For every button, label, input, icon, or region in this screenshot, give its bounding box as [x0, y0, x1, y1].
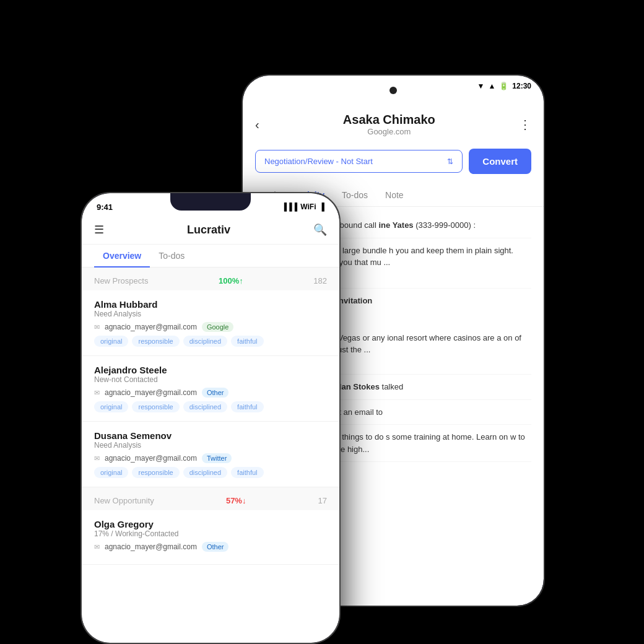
stage-arrow-icon: ⇅	[447, 157, 453, 166]
tab-todos[interactable]: To-dos	[333, 184, 376, 206]
android-camera	[389, 87, 397, 94]
email-icon: ✉	[94, 389, 100, 397]
contact-name-alma: Alma Hubbard	[94, 299, 327, 310]
activity-person: ine Yates	[378, 220, 413, 230]
more-menu-button[interactable]: ⋮	[519, 117, 531, 132]
iphone-status-icons: ▐▐▐ WiFi ▐	[282, 202, 324, 211]
iphone-header: ☰ Lucrativ 🔍	[82, 220, 339, 245]
stage-select[interactable]: Negotiation/Review - Not Start ⇅	[255, 150, 463, 173]
contact-name-olga: Olga Gregory	[94, 519, 327, 529]
contact-company: Google.com	[343, 127, 435, 136]
email-icon: ✉	[94, 455, 100, 463]
email-icon: ✉	[94, 543, 100, 551]
tab-overview[interactable]: Overview	[94, 245, 150, 267]
convert-row: Negotiation/Review - Not Start ⇅ Convert	[243, 144, 544, 184]
contact-email-olga: agnacio_mayer@gmail.com	[105, 542, 197, 551]
email-icon: ✉	[94, 323, 100, 331]
android-status-right: ▼ ▲ 🔋 12:30	[477, 82, 531, 90]
tab-todos-iphone[interactable]: To-dos	[150, 245, 193, 267]
section-count-prospects: 182	[313, 276, 327, 285]
tag: original	[94, 401, 128, 412]
tag: responsible	[132, 336, 179, 347]
tag: disciplined	[183, 336, 227, 347]
tag: original	[94, 336, 128, 347]
tab-overview-label: Overview	[103, 251, 141, 261]
signal-icon: ▲	[488, 82, 495, 90]
back-button[interactable]: ‹	[255, 118, 259, 132]
section-header-opportunity: New Opportunity 57%↓ 17	[82, 487, 339, 510]
source-badge-dusana: Twitter	[202, 453, 232, 463]
activity-talked: talked	[382, 382, 404, 391]
contact-card-olga: Olga Gregory 17% / Working-Contacted ✉ a…	[82, 510, 339, 565]
tab-todos-label: To-dos	[342, 190, 368, 200]
contact-name-dusana: Dusana Semenov	[94, 430, 327, 441]
wifi-icon: ▼	[477, 82, 485, 90]
contact-email-row-olga: ✉ agnacio_mayer@gmail.com Other	[94, 542, 327, 552]
iphone-tabs: Overview To-dos	[82, 245, 339, 268]
tag: faithful	[231, 467, 263, 478]
contact-email-dusana: agnacio_mayer@gmail.com	[105, 454, 197, 463]
tab-todos-iphone-label: To-dos	[159, 251, 185, 261]
source-badge-alejandro: Other	[202, 388, 229, 398]
app-title: Lucrativ	[187, 224, 230, 237]
stage-label: Negotiation/Review - Not Start	[264, 157, 373, 166]
source-badge-alma: Google	[202, 322, 233, 332]
contact-card-alma: Alma Hubbard Need Analysis ✉ agnacio_may…	[82, 290, 339, 356]
tags-row-alejandro: original responsible disciplined faithfu…	[94, 401, 327, 412]
signal-icon: ▐▐▐	[282, 202, 298, 211]
contact-status-alejandro: New-not Contacted	[94, 375, 327, 384]
section-label-opportunity: New Opportunity	[94, 496, 154, 505]
tab-note[interactable]: Note	[376, 184, 412, 206]
tag: responsible	[132, 401, 179, 412]
contact-email-row-dusana: ✉ agnacio_mayer@gmail.com Twitter	[94, 453, 327, 463]
contact-name-alejandro: Alejandro Steele	[94, 365, 327, 375]
tags-row-dusana: original responsible disciplined faithfu…	[94, 467, 327, 478]
section-header-prospects: New Prospects 100%↑ 182	[82, 268, 339, 290]
contact-email-alejandro: agnacio_mayer@gmail.com	[105, 388, 197, 397]
tag: faithful	[231, 401, 263, 412]
tag: disciplined	[183, 467, 227, 478]
battery-icon: 🔋	[499, 82, 508, 90]
tag: responsible	[132, 467, 179, 478]
convert-button[interactable]: Convert	[469, 149, 531, 174]
iphone-time: 9:41	[97, 202, 113, 212]
hamburger-button[interactable]: ☰	[94, 223, 104, 237]
tag: original	[94, 467, 128, 478]
contact-name: Asaka Chimako	[343, 113, 435, 127]
tab-note-label: Note	[385, 190, 404, 200]
contact-email-alma: agnacio_mayer@gmail.com	[105, 323, 197, 331]
section-label-prospects: New Prospects	[94, 276, 148, 285]
section-pct-opportunity: 57%↓	[226, 496, 246, 505]
tag: disciplined	[183, 401, 227, 412]
android-status-bar: ▼ ▲ 🔋 12:30	[243, 76, 544, 105]
iphone-phone: 9:41 ▐▐▐ WiFi ▐ ☰ Lucrativ 🔍 Overview To…	[80, 192, 341, 644]
section-pct-prospects: 100%↑	[219, 276, 243, 285]
contact-email-row-alejandro: ✉ agnacio_mayer@gmail.com Other	[94, 388, 327, 398]
contact-card-dusana: Dusana Semenov Need Analysis ✉ agnacio_m…	[82, 422, 339, 487]
contact-email-row-alma: ✉ agnacio_mayer@gmail.com Google	[94, 322, 327, 332]
tag: faithful	[231, 336, 263, 347]
wifi-icon: WiFi	[300, 202, 316, 211]
android-time: 12:30	[512, 82, 531, 90]
battery-icon: ▐	[319, 202, 324, 211]
contact-status-alma: Need Analysis	[94, 310, 327, 318]
source-badge-olga: Other	[202, 542, 229, 552]
iphone-screen: 9:41 ▐▐▐ WiFi ▐ ☰ Lucrativ 🔍 Overview To…	[82, 193, 339, 643]
tags-row-alma: original responsible disciplined faithfu…	[94, 336, 327, 347]
contact-status-olga: 17% / Working-Contacted	[94, 529, 327, 538]
search-button[interactable]: 🔍	[313, 223, 327, 237]
iphone-notch	[170, 193, 251, 211]
android-header: ‹ Asaka Chimako Google.com ⋮	[243, 105, 544, 144]
contact-card-alejandro: Alejandro Steele New-not Contacted ✉ agn…	[82, 356, 339, 422]
activity-phone: (333-999-0000) :	[416, 220, 476, 230]
contact-title-area: Asaka Chimako Google.com	[343, 113, 435, 136]
contact-status-dusana: Need Analysis	[94, 441, 327, 450]
section-count-opportunity: 17	[318, 496, 327, 505]
